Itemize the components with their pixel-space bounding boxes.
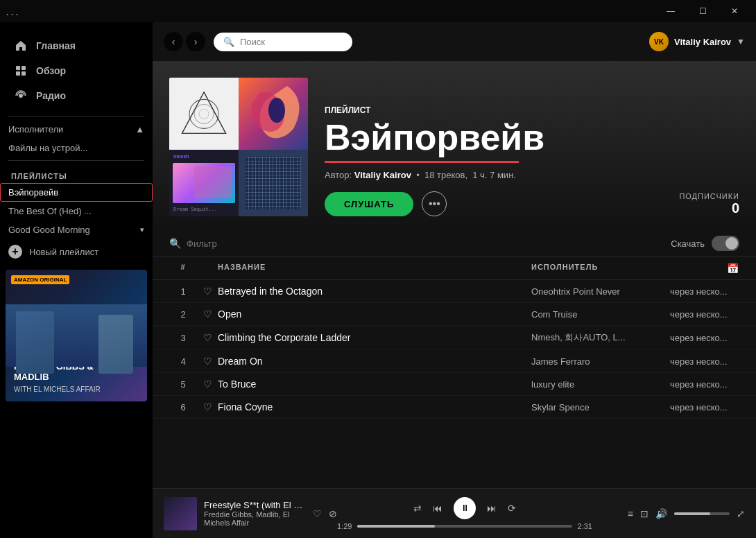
table-row[interactable]: 6 ♡ Fiona Coyne Skylar Spence через неск… xyxy=(153,396,756,419)
sidebar-album-card[interactable]: AMAZON ORIGINAL FREDDIE GIBBS & MADLIB W… xyxy=(6,270,147,401)
table-row[interactable]: 2 ♡ Open Com Truise через неско... xyxy=(153,303,756,326)
filter-search: 🔍 xyxy=(169,238,284,249)
shuffle-button[interactable]: ⇄ xyxy=(413,503,422,514)
volume-bar[interactable] xyxy=(674,512,730,515)
track-artist-5: luxury elite xyxy=(531,379,670,390)
sidebar-nav: Главная Обзор xyxy=(0,22,153,114)
main-content: ‹ › 🔍 VK Vitaliy Kairov ▼ xyxy=(153,22,756,538)
minimize-button[interactable]: — xyxy=(655,0,687,22)
queue-button[interactable]: ≡ xyxy=(628,508,633,519)
filter-search-icon: 🔍 xyxy=(169,238,181,249)
sidebar-item-radio[interactable]: Радио xyxy=(6,83,147,108)
track-duration-5: через неско... xyxy=(670,379,739,390)
title-bar: ... — ☐ ✕ xyxy=(0,0,756,22)
svg-point-7 xyxy=(194,104,214,123)
track-num-4: 4 xyxy=(169,356,197,367)
search-box[interactable]: 🔍 xyxy=(214,33,352,51)
more-options-button[interactable]: ••• xyxy=(422,191,447,216)
progress-bar[interactable] xyxy=(357,525,572,528)
back-button[interactable]: ‹ xyxy=(164,32,183,51)
track-heart-2[interactable]: ♡ xyxy=(197,309,218,320)
good-morning-label: Good Good Morning xyxy=(8,225,90,235)
playlist-item-vaporwave[interactable]: Вэйпорвейв xyxy=(0,183,153,202)
table-row[interactable]: 5 ♡ To Bruce luxury elite через неско... xyxy=(153,373,756,396)
table-row[interactable]: 4 ♡ Dream On James Ferraro через неско..… xyxy=(153,350,756,373)
filter-bar: 🔍 Скачать xyxy=(153,230,756,257)
scroll-area[interactable]: Dream Sequit... nmesh ПЛЕЙЛИСТ Вэйпорвей… xyxy=(153,61,756,488)
collapse-arrow: ▲ xyxy=(135,124,144,134)
table-row[interactable]: 3 ♡ Climbing the Corporate Ladder Nmesh,… xyxy=(153,326,756,350)
playlists-section-label: ПЛЕЙЛИСТЫ xyxy=(0,164,153,183)
cover-cell-3: Dream Sequit... nmesh xyxy=(169,150,239,216)
track-heart-6[interactable]: ♡ xyxy=(197,401,218,413)
search-input[interactable] xyxy=(240,37,337,47)
svg-rect-0 xyxy=(16,66,20,70)
playlist-item-good-morning[interactable]: Good Good Morning ▾ xyxy=(0,220,153,239)
subscribers-info: ПОДПИСЧИКИ 0 xyxy=(679,192,739,216)
user-avatar-img: VK xyxy=(649,32,669,51)
track-duration-2: через неско... xyxy=(670,309,739,320)
volume-icon[interactable]: 🔊 xyxy=(655,508,667,519)
player-track-info: Freestyle S**t (with El Michels A... Fre… xyxy=(204,500,306,527)
subscribers-count: 0 xyxy=(679,200,739,216)
radio-label: Радио xyxy=(36,90,66,101)
sidebar: Главная Обзор xyxy=(0,22,153,538)
track-artist-4: James Ferraro xyxy=(531,356,670,367)
track-num-1: 1 xyxy=(169,286,197,297)
player-album-art xyxy=(164,497,197,530)
download-toggle: Скачать xyxy=(671,236,739,251)
prev-button[interactable]: ⏮ xyxy=(433,503,443,514)
track-heart-5[interactable]: ♡ xyxy=(197,379,218,390)
track-title-3: Climbing the Corporate Ladder xyxy=(218,332,531,343)
track-heart-3[interactable]: ♡ xyxy=(197,332,218,343)
playlist-author: Vitaliy Kairov xyxy=(354,170,411,180)
track-duration-6: через неско... xyxy=(670,402,739,413)
player-left: Freestyle S**t (with El Michels A... Fre… xyxy=(164,497,337,530)
title-bar-controls: — ☐ ✕ xyxy=(655,0,750,22)
svg-point-4 xyxy=(19,94,23,98)
repeat-button[interactable]: ⟳ xyxy=(508,503,516,514)
playlist-duration: 1 ч. 7 мин. xyxy=(472,170,516,180)
col-num: # xyxy=(169,263,197,274)
track-artist-3: Nmesh, 회사AUTO, L... xyxy=(531,331,670,344)
expand-button[interactable]: ⤢ xyxy=(737,508,745,519)
user-info[interactable]: VK Vitaliy Kairov ▼ xyxy=(649,32,745,51)
filter-input[interactable] xyxy=(187,238,284,249)
track-title-5: To Bruce xyxy=(218,379,531,390)
player-bar: Freestyle S**t (with El Michels A... Fre… xyxy=(153,488,756,538)
nmesh-text: Dream Sequit... xyxy=(173,207,217,212)
new-playlist-btn[interactable]: + Новый плейлист xyxy=(0,239,153,264)
amazon-badge: AMAZON ORIGINAL xyxy=(11,275,69,284)
pause-button[interactable]: ⏸ xyxy=(454,497,476,519)
sidebar-item-home[interactable]: Главная xyxy=(6,33,147,58)
cover-cell-2 xyxy=(239,78,308,150)
track-heart-4[interactable]: ♡ xyxy=(197,356,218,367)
album-title-line3: WITH EL MICHELS AFFAIR xyxy=(14,385,139,393)
player-heart-icon[interactable]: ♡ xyxy=(313,508,322,519)
forward-button[interactable]: › xyxy=(186,32,205,51)
progress-fill xyxy=(357,525,434,528)
download-toggle-switch[interactable] xyxy=(712,236,739,251)
performers-label: Исполнители xyxy=(8,124,63,134)
app-body: Главная Обзор xyxy=(0,22,756,538)
svg-point-6 xyxy=(189,99,218,128)
performers-section[interactable]: Исполнители ▲ xyxy=(0,120,153,139)
sidebar-item-browse[interactable]: Обзор xyxy=(6,58,147,83)
table-row[interactable]: 1 ♡ Betrayed in the Octagon Oneohtrix Po… xyxy=(153,280,756,303)
files-item[interactable]: Файлы на устрой... xyxy=(0,139,153,157)
track-title-1: Betrayed in the Octagon xyxy=(218,286,531,297)
plus-icon: + xyxy=(8,245,22,259)
playlist-actions: СЛУШАТЬ ••• ПОДПИСЧИКИ 0 xyxy=(325,191,739,216)
player-no-icon[interactable]: ⊘ xyxy=(329,508,337,519)
next-button[interactable]: ⏭ xyxy=(487,503,497,514)
user-chevron: ▼ xyxy=(737,37,745,46)
library-divider xyxy=(8,160,144,161)
menu-dots[interactable]: ... xyxy=(6,4,20,19)
restore-button[interactable]: ☐ xyxy=(687,0,719,22)
playlist-title: Вэйпорвейв xyxy=(325,119,739,155)
play-button[interactable]: СЛУШАТЬ xyxy=(325,192,413,216)
close-button[interactable]: ✕ xyxy=(719,0,750,22)
devices-button[interactable]: ⊡ xyxy=(640,508,648,519)
playlist-item-best-hed[interactable]: The Best Of (Hed) ... xyxy=(0,202,153,220)
track-heart-1[interactable]: ♡ xyxy=(197,286,218,297)
